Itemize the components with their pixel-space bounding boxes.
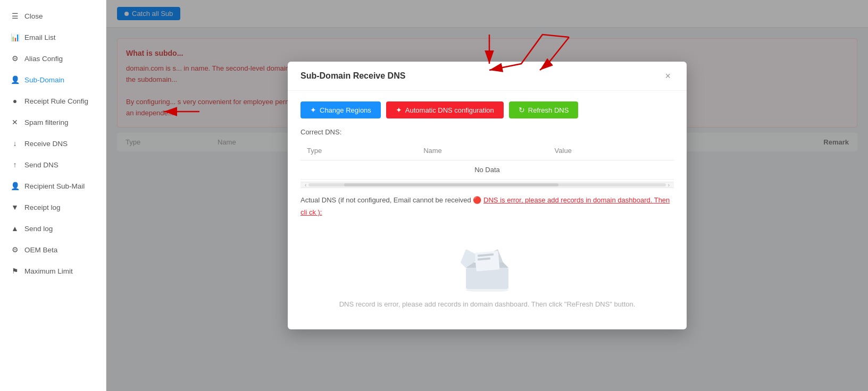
empty-state: DNS record is error, please add records … xyxy=(301,223,674,319)
sidebar-label-oem-beta: OEM Beta xyxy=(24,246,57,254)
send-log-icon: ▲ xyxy=(11,224,19,233)
correct-dns-label: Correct DNS: xyxy=(301,128,674,136)
scroll-right-arrow[interactable]: › xyxy=(666,182,672,188)
refresh-dns-icon: ↻ xyxy=(519,106,525,114)
modal-title: Sub-Domain Receive DNS xyxy=(301,71,405,81)
dns-col-name: Name xyxy=(417,141,548,160)
modal-body: ✦ Change Regions ✦ Automatic DNS configu… xyxy=(288,91,687,329)
actual-dns-label: Actual DNS (if not configured, Email can… xyxy=(301,196,471,204)
sidebar-label-recipient-sub-mail: Recipient Sub-Mail xyxy=(24,182,85,190)
recipient-sub-mail-icon: 👤 xyxy=(11,182,19,190)
sidebar-label-close: Close xyxy=(24,12,43,20)
sidebar-label-email-list: Email List xyxy=(24,33,56,41)
maximum-limit-icon: ⚑ xyxy=(11,267,19,275)
dns-col-value: Value xyxy=(548,141,674,160)
send-dns-icon: ↑ xyxy=(11,160,19,169)
empty-state-icon xyxy=(455,239,519,292)
dns-table: Type Name Value No Data xyxy=(301,141,674,180)
sidebar-label-receive-dns: Receive DNS xyxy=(24,140,68,148)
auto-dns-label: Automatic DNS configuration xyxy=(405,106,494,114)
refresh-dns-button[interactable]: ↻ Refresh DNS xyxy=(509,101,579,118)
sidebar-item-receive-dns[interactable]: ↓ Receive DNS xyxy=(0,133,106,154)
change-regions-icon: ✦ xyxy=(310,106,316,114)
sidebar-label-maximum-limit: Maximum Limit xyxy=(24,267,73,275)
actual-dns-section: Actual DNS (if not configured, Email can… xyxy=(301,194,674,218)
svg-rect-4 xyxy=(475,251,500,271)
sidebar-item-sub-domain[interactable]: 👤 Sub-Domain xyxy=(0,69,106,90)
spam-filtering-icon: ✕ xyxy=(11,118,19,126)
sidebar-item-receipt-log[interactable]: ▼ Receipt log xyxy=(0,197,106,218)
close-menu-icon: ☰ xyxy=(11,12,19,20)
modal-overlay: Sub-Domain Receive DNS × ✦ Change Region… xyxy=(106,0,868,391)
sidebar-item-recipient-sub-mail[interactable]: 👤 Recipient Sub-Mail xyxy=(0,175,106,197)
refresh-dns-label: Refresh DNS xyxy=(528,106,569,114)
sidebar-label-sub-domain: Sub-Domain xyxy=(24,76,64,84)
empty-state-text: DNS record is error, please add records … xyxy=(339,300,636,308)
sidebar: ☰ Close 📊 Email List ⚙ Alias Config 👤 Su… xyxy=(0,0,106,391)
sidebar-label-receipt-log: Receipt log xyxy=(24,203,61,211)
email-list-icon: 📊 xyxy=(11,33,19,41)
modal-header: Sub-Domain Receive DNS × xyxy=(288,62,687,91)
button-row: ✦ Change Regions ✦ Automatic DNS configu… xyxy=(301,101,674,118)
sidebar-item-send-dns[interactable]: ↑ Send DNS xyxy=(0,154,106,175)
sidebar-item-maximum-limit[interactable]: ⚑ Maximum Limit xyxy=(0,260,106,282)
sidebar-label-send-dns: Send DNS xyxy=(24,161,59,169)
modal-close-button[interactable]: × xyxy=(662,70,674,82)
sidebar-item-send-log[interactable]: ▲ Send log xyxy=(0,218,106,239)
svg-rect-0 xyxy=(466,268,508,289)
modal-dialog: Sub-Domain Receive DNS × ✦ Change Region… xyxy=(288,62,687,329)
receipt-log-icon: ▼ xyxy=(11,203,19,211)
change-regions-label: Change Regions xyxy=(320,106,371,114)
auto-dns-button[interactable]: ✦ Automatic DNS configuration xyxy=(386,101,504,118)
sidebar-item-close[interactable]: ☰ Close xyxy=(0,5,106,27)
main-content: Catch all Sub What is subdo... domain.co… xyxy=(106,0,868,391)
sidebar-label-alias-config: Alias Config xyxy=(24,55,63,63)
auto-dns-icon: ✦ xyxy=(396,106,402,114)
dns-error-icon: 🔴 xyxy=(473,196,481,204)
sub-domain-icon: 👤 xyxy=(11,75,19,84)
alias-config-icon: ⚙ xyxy=(11,54,19,63)
sidebar-item-receipt-rule-config[interactable]: ● Receipt Rule Config xyxy=(0,90,106,112)
sidebar-label-send-log: Send log xyxy=(24,225,53,233)
oem-beta-icon: ⚙ xyxy=(11,245,19,254)
sidebar-item-email-list[interactable]: 📊 Email List xyxy=(0,27,106,48)
scrollbar-track[interactable] xyxy=(308,183,665,186)
sidebar-label-receipt-rule-config: Receipt Rule Config xyxy=(24,97,88,105)
dns-col-type: Type xyxy=(301,141,417,160)
sidebar-label-spam-filtering: Spam filtering xyxy=(24,118,69,126)
horizontal-scrollbar[interactable]: ‹ › xyxy=(301,182,674,188)
receive-dns-icon: ↓ xyxy=(11,139,19,148)
receipt-rule-icon: ● xyxy=(11,97,19,105)
sidebar-item-spam-filtering[interactable]: ✕ Spam filtering xyxy=(0,112,106,133)
dns-no-data: No Data xyxy=(301,160,674,180)
change-regions-button[interactable]: ✦ Change Regions xyxy=(301,101,381,118)
sidebar-item-alias-config[interactable]: ⚙ Alias Config xyxy=(0,48,106,69)
scroll-left-arrow[interactable]: ‹ xyxy=(303,182,308,188)
sidebar-item-oem-beta[interactable]: ⚙ OEM Beta xyxy=(0,239,106,260)
scrollbar-thumb[interactable] xyxy=(344,183,558,186)
